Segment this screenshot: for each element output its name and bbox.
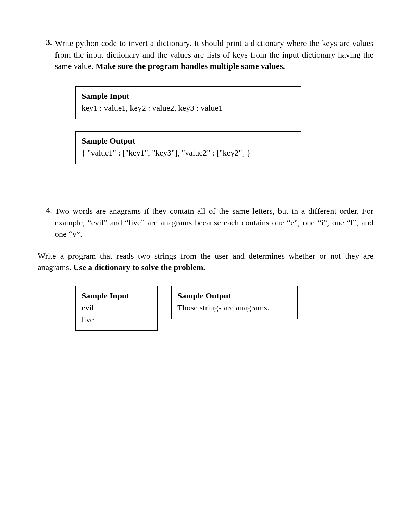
q3-sample-input-text: key1 : value1, key2 : value2, key3 : val… — [82, 102, 295, 114]
document-page: 3. Write python code to invert a diction… — [0, 0, 411, 331]
question-3-body: Write python code to invert a dictionary… — [55, 38, 373, 72]
question-3: 3. Write python code to invert a diction… — [38, 38, 373, 72]
q4-sample-input-line1: evil — [82, 302, 151, 314]
q3-sample-output-box: Sample Output { "value1" : ["key1", "key… — [75, 131, 301, 164]
question-4-number: 4. — [38, 206, 55, 215]
q4-sample-input-box: Sample Input evil live — [75, 286, 158, 331]
q4-sample-output-box: Sample Output Those strings are anagrams… — [171, 286, 298, 319]
q3-sample-output-label: Sample Output — [82, 135, 295, 147]
q3-sample-output-text: { "value1" : ["key1", "key3"], "value2" … — [82, 147, 295, 159]
q4-sample-output-text: Those strings are anagrams. — [177, 302, 292, 314]
question-4-followup-emphasis: Use a dictionary to solve the problem. — [73, 263, 206, 272]
q4-sample-input-label: Sample Input — [82, 290, 151, 302]
q3-sample-input-label: Sample Input — [82, 90, 295, 102]
question-4-samples: Sample Input evil live Sample Output Tho… — [75, 286, 373, 331]
q3-sample-input-box: Sample Input key1 : value1, key2 : value… — [75, 86, 301, 120]
question-3-emphasis: Make sure the program handles multiple s… — [96, 62, 285, 71]
q4-sample-input-line2: live — [82, 314, 151, 326]
question-4: 4. Two words are anagrams if they contai… — [38, 206, 373, 331]
question-4-text: Two words are anagrams if they contain a… — [55, 207, 373, 238]
question-4-body: Two words are anagrams if they contain a… — [55, 206, 373, 240]
question-4-followup: Write a program that reads two strings f… — [38, 250, 373, 273]
question-3-number: 3. — [38, 38, 55, 47]
q4-sample-output-label: Sample Output — [177, 290, 292, 302]
question-3-samples: Sample Input key1 : value1, key2 : value… — [75, 86, 301, 164]
